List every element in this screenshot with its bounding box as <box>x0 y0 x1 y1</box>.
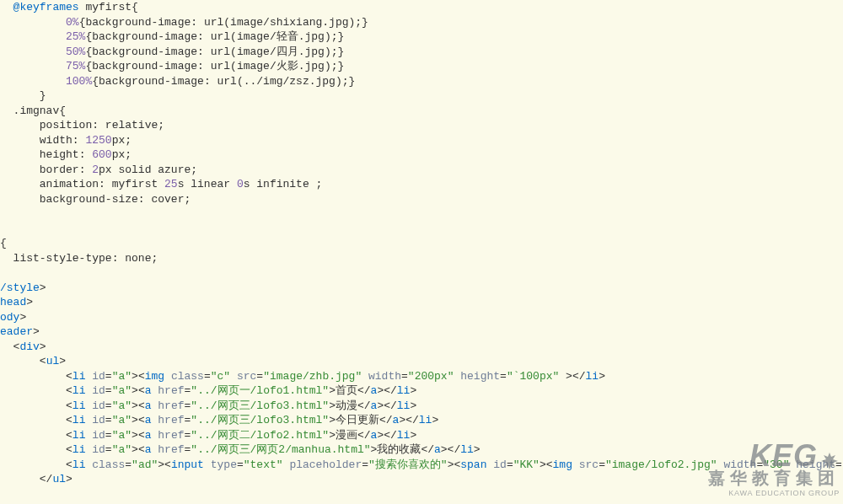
code-token: (image/火影.jpg);} <box>230 60 344 72</box>
code-line[interactable]: background-size: cover; <box>0 192 843 207</box>
code-line[interactable]: <li id="a"><a href="../网页三/lofo3.html">今… <box>0 413 843 428</box>
code-line[interactable]: .imgnav{ <box>0 104 843 119</box>
code-line[interactable]: ody> <box>0 310 843 325</box>
code-token: > <box>59 355 66 367</box>
code-line[interactable]: eader> <box>0 324 843 340</box>
code-token: : <box>79 164 93 176</box>
code-token: url <box>217 75 236 88</box>
code-token: : <box>197 60 211 72</box>
code-line[interactable]: <div> <box>0 340 843 355</box>
code-token: id <box>92 443 105 456</box>
code-token <box>362 370 368 383</box>
code-line[interactable]: position: relative; <box>0 118 843 133</box>
code-token: "text" <box>244 458 283 471</box>
code-line[interactable]: <li id="a"><a href="../网页三/网页2/manhua.ht… <box>0 442 843 458</box>
code-line[interactable]: height: 600px; <box>0 147 843 163</box>
code-token: px solid azure; <box>99 164 197 176</box>
code-line[interactable]: 50%{background-image: url(image/四月.jpg);… <box>0 45 843 60</box>
code-token: ></ <box>559 370 585 383</box>
code-token: li <box>72 458 86 471</box>
code-line[interactable]: border: 2px solid azure; <box>0 163 843 178</box>
code-token: = <box>507 458 513 471</box>
code-line[interactable]: @keyframes myfirst{ <box>0 0 843 15</box>
code-token: background-image <box>85 16 191 29</box>
code-token: >< <box>132 414 145 426</box>
code-token: >< <box>448 458 461 471</box>
code-token: "a" <box>112 370 132 383</box>
code-token: 2 <box>92 164 99 176</box>
code-token: url <box>204 16 223 29</box>
code-token: >< <box>158 458 171 471</box>
code-line[interactable]: 75%{background-image: url(image/火影.jpg);… <box>0 59 843 74</box>
code-token: "a" <box>112 414 132 426</box>
code-token: { <box>92 75 99 88</box>
code-token: url <box>211 30 230 43</box>
code-token: : <box>72 134 86 147</box>
code-token: type <box>211 458 237 471</box>
code-token <box>572 458 579 471</box>
code-token: > <box>599 370 605 383</box>
code-line[interactable]: <li id="a"><img class="c" src="image/zhb… <box>0 369 843 384</box>
code-token: background-image <box>99 75 204 88</box>
code-line[interactable]: <li class="ad"><input type="text" placeh… <box>0 458 843 473</box>
code-token: = <box>599 458 605 471</box>
code-line[interactable]: </ul> <box>0 472 843 487</box>
code-line[interactable]: animation: myfirst 25s linear 0s infinit… <box>0 177 843 192</box>
code-line[interactable]: <li id="a"><a href="../网页二/lofo2.html">漫… <box>0 428 843 443</box>
code-line[interactable]: } <box>0 88 843 104</box>
code-token: id <box>92 399 105 412</box>
code-token: s linear <box>178 178 237 190</box>
code-token: li <box>397 384 411 397</box>
code-token: .imgnav{ <box>13 105 66 117</box>
code-line[interactable] <box>0 487 843 502</box>
code-token: : relative; <box>92 119 164 131</box>
code-line[interactable]: head> <box>0 295 843 310</box>
code-token: > <box>33 325 40 338</box>
code-line[interactable]: 0%{background-image: url(image/shixiang.… <box>0 15 843 30</box>
code-token: "image/lofo2.jpg" <box>605 458 717 471</box>
code-token: "搜索你喜欢的" <box>368 458 448 471</box>
code-token: < <box>66 384 72 397</box>
code-line[interactable] <box>0 222 843 237</box>
code-token: } <box>40 89 46 102</box>
code-token: class <box>171 370 204 383</box>
code-line[interactable]: <li id="a"><a href="../网页三/lofo3.html">动… <box>0 399 843 414</box>
code-line[interactable]: { <box>0 236 843 251</box>
code-line[interactable]: /style> <box>0 281 843 296</box>
code-token: animation <box>40 178 99 190</box>
code-token: 100% <box>66 75 92 88</box>
code-token: a <box>145 399 152 412</box>
code-token: "../网页二/lofo2.html" <box>191 429 329 442</box>
code-line[interactable] <box>0 206 843 222</box>
code-token: = <box>105 399 112 412</box>
code-token: "KK" <box>513 458 540 471</box>
code-token: >< <box>540 458 553 471</box>
code-token: < <box>66 370 72 383</box>
code-token: < <box>66 458 72 471</box>
code-line[interactable]: 25%{background-image: url(image/轻音.jpg);… <box>0 29 843 45</box>
code-token: = <box>105 429 112 442</box>
code-line[interactable]: list-style-type: none; <box>0 251 843 266</box>
code-token: "image/zhb.jpg" <box>263 370 362 383</box>
code-token: < <box>66 429 72 442</box>
code-line[interactable]: width: 1250px; <box>0 133 843 148</box>
code-token: = <box>835 458 842 471</box>
code-token: border <box>40 164 79 176</box>
code-line[interactable]: <ul> <box>0 354 843 369</box>
code-token: > <box>66 473 72 485</box>
code-token: = <box>362 458 368 471</box>
code-token: >< <box>132 370 145 383</box>
code-token: li <box>72 429 86 442</box>
code-editor[interactable]: @keyframes myfirst{ 0%{background-image:… <box>0 0 843 504</box>
code-token: li <box>586 370 599 383</box>
code-line[interactable] <box>0 265 843 281</box>
code-line[interactable]: 100%{background-image: url(../img/zsz.jp… <box>0 74 843 89</box>
code-token: >< <box>132 384 145 397</box>
code-token: </ <box>40 473 53 485</box>
code-token: (../img/zsz.jpg);} <box>237 75 355 88</box>
code-token: li <box>397 399 411 412</box>
code-token: = <box>401 370 408 383</box>
code-line[interactable]: <li id="a"><a href="../网页一/lofo1.html">首… <box>0 383 843 399</box>
code-token: "30" <box>763 458 789 471</box>
code-token: "../网页三/lofo3.html" <box>191 399 329 412</box>
